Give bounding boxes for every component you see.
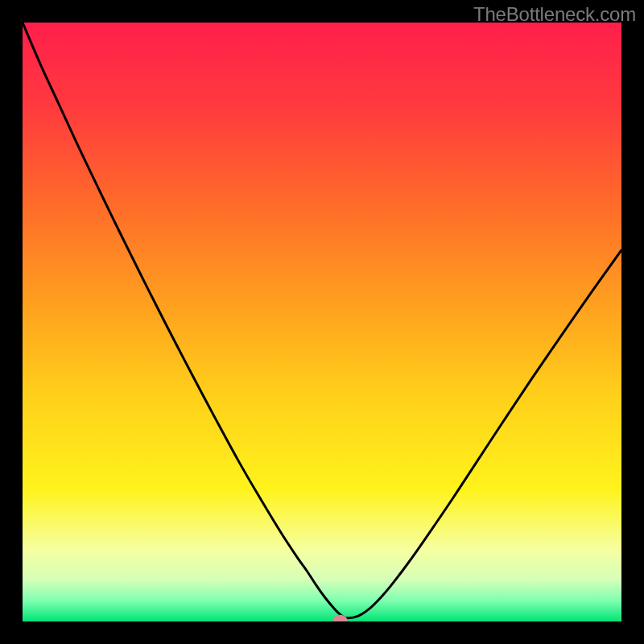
watermark-text: TheBottleneck.com bbox=[473, 3, 636, 26]
bottleneck-chart bbox=[23, 23, 621, 621]
gradient-background bbox=[23, 23, 621, 621]
chart-frame bbox=[23, 23, 621, 621]
